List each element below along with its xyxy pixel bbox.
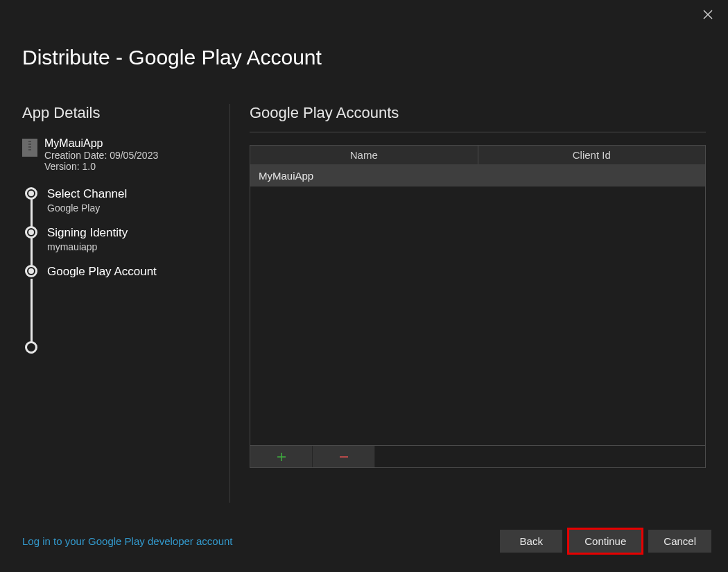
page-title: Distribute - Google Play Account bbox=[22, 46, 322, 69]
cancel-button[interactable]: Cancel bbox=[648, 530, 711, 553]
footer-spacer bbox=[375, 446, 705, 467]
login-link[interactable]: Log in to your Google Play developer acc… bbox=[22, 535, 233, 547]
step-select-channel[interactable]: Select Channel Google Play bbox=[25, 187, 218, 214]
step-dot-icon bbox=[25, 187, 37, 200]
sidebar-title: App Details bbox=[22, 104, 218, 122]
remove-account-button[interactable] bbox=[313, 446, 375, 467]
back-button[interactable]: Back bbox=[500, 530, 562, 553]
step-label: Select Channel bbox=[47, 187, 127, 201]
step-next-placeholder bbox=[25, 341, 218, 354]
button-row: Back Continue Cancel bbox=[500, 530, 711, 553]
accounts-table: Name Client Id MyMauiApp bbox=[250, 145, 706, 468]
archive-icon bbox=[22, 139, 37, 157]
step-sublabel: mymauiapp bbox=[47, 241, 128, 252]
sidebar: App Details MyMauiApp Creation Date: 09/… bbox=[22, 104, 230, 503]
table-footer bbox=[250, 445, 705, 467]
step-label: Google Play Account bbox=[47, 265, 157, 279]
wizard-steps: Select Channel Google Play Signing Ident… bbox=[25, 187, 218, 354]
step-label: Signing Identity bbox=[47, 226, 128, 240]
step-sublabel: Google Play bbox=[47, 202, 127, 214]
step-signing-identity[interactable]: Signing Identity mymauiapp bbox=[25, 226, 218, 252]
add-account-button[interactable] bbox=[250, 446, 313, 467]
divider bbox=[250, 132, 706, 132]
app-creation-date: Creation Date: 09/05/2023 bbox=[44, 150, 158, 161]
cell-name: MyMauiApp bbox=[250, 170, 478, 182]
close-icon bbox=[703, 10, 713, 19]
step-dot-icon bbox=[25, 265, 37, 277]
table-header: Name Client Id bbox=[250, 146, 705, 164]
main-panel: Google Play Accounts Name Client Id MyMa… bbox=[230, 104, 706, 503]
close-button[interactable] bbox=[703, 10, 713, 22]
column-header-client-id[interactable]: Client Id bbox=[478, 146, 706, 164]
main-title: Google Play Accounts bbox=[250, 104, 706, 122]
app-name: MyMauiApp bbox=[44, 137, 158, 150]
plus-icon bbox=[276, 451, 287, 462]
app-details: MyMauiApp Creation Date: 09/05/2023 Vers… bbox=[22, 137, 218, 172]
column-header-name[interactable]: Name bbox=[250, 146, 478, 164]
table-row[interactable]: MyMauiApp bbox=[250, 164, 705, 187]
step-google-play-account[interactable]: Google Play Account bbox=[25, 265, 218, 279]
dialog-footer: Log in to your Google Play developer acc… bbox=[22, 530, 711, 553]
step-dot-icon bbox=[25, 341, 37, 354]
continue-button[interactable]: Continue bbox=[569, 530, 641, 553]
step-dot-icon bbox=[25, 226, 37, 239]
dialog-body: App Details MyMauiApp Creation Date: 09/… bbox=[22, 104, 706, 503]
app-version: Version: 1.0 bbox=[44, 161, 158, 172]
minus-icon bbox=[338, 451, 349, 462]
